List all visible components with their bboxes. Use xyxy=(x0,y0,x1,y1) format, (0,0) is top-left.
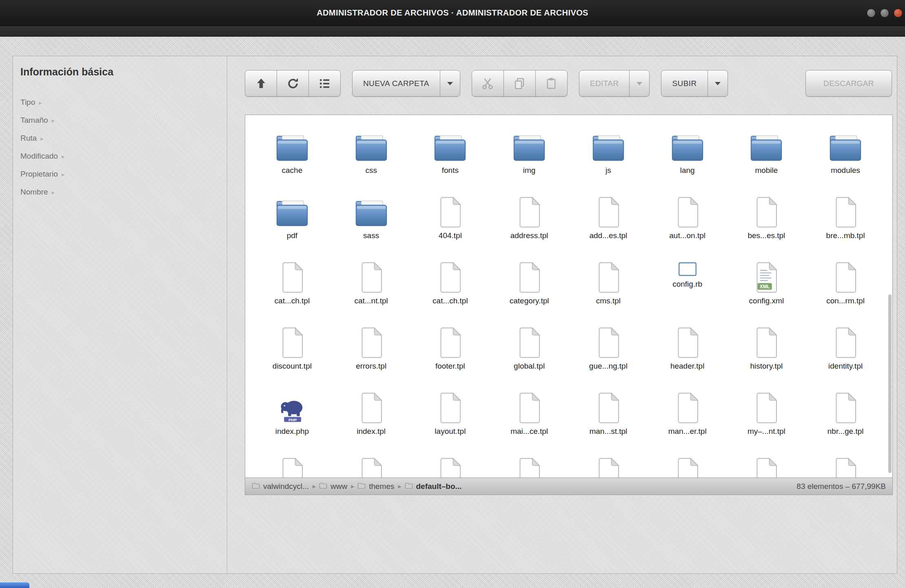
new-folder-button[interactable]: NUEVA CARPETA xyxy=(352,70,440,97)
file-item[interactable]: XML xyxy=(490,125,569,190)
sidebar-info-item[interactable]: Nombre ▸ xyxy=(20,183,227,201)
sidebar-info-item[interactable]: Tipo ▸ xyxy=(20,93,227,111)
file-item[interactable]: XML xyxy=(411,386,490,451)
file-item[interactable]: XML xyxy=(806,386,885,451)
file-label: man...er.tpl xyxy=(668,427,707,436)
chevron-right-icon: ▸ xyxy=(351,483,354,490)
file-item[interactable]: XML xyxy=(569,451,648,478)
file-icon-box: XML xyxy=(517,451,541,478)
chevron-right-icon: ▸ xyxy=(398,483,401,490)
file-item[interactable]: XML xyxy=(648,386,727,451)
file-item[interactable]: XML xyxy=(253,255,332,321)
file-item[interactable]: XML xyxy=(332,190,411,255)
breadcrumb-item[interactable]: ▸ default–bo... xyxy=(398,482,461,491)
file-item[interactable]: XML xyxy=(332,451,411,478)
file-item[interactable]: XML xyxy=(727,190,806,255)
breadcrumb-item[interactable]: ▸ themes xyxy=(351,482,394,491)
upload-dropdown-button[interactable] xyxy=(708,70,728,97)
edit-button[interactable]: EDITAR xyxy=(579,70,630,97)
file-icon xyxy=(359,327,384,358)
window-button-2[interactable] xyxy=(880,9,889,18)
download-button[interactable]: DESCARGAR xyxy=(805,70,892,97)
file-item[interactable]: XML xyxy=(727,255,806,321)
file-item[interactable]: XML xyxy=(253,125,332,190)
list-view-button[interactable] xyxy=(308,70,341,97)
file-item[interactable]: XML xyxy=(806,190,885,255)
upload-split-button: SUBIR xyxy=(661,70,728,97)
file-item[interactable]: XML xyxy=(411,190,490,255)
file-item[interactable]: XML xyxy=(332,255,411,321)
file-icon xyxy=(517,197,541,228)
file-label: pdf xyxy=(287,231,297,240)
parent-directory-button[interactable] xyxy=(245,70,277,97)
file-item[interactable]: XML xyxy=(806,125,885,190)
file-icon-box: XML xyxy=(679,262,696,276)
sidebar-info-item[interactable]: Modificado ▸ xyxy=(20,147,227,165)
file-item[interactable]: XML xyxy=(411,255,490,321)
file-item[interactable]: XML xyxy=(332,125,411,190)
sidebar-info-label: Tipo xyxy=(20,98,35,107)
file-item[interactable]: XML xyxy=(490,190,569,255)
paste-button[interactable] xyxy=(535,70,568,97)
cut-button[interactable] xyxy=(472,70,504,97)
file-item[interactable]: XML xyxy=(569,125,648,190)
file-item[interactable]: XML xyxy=(253,321,332,386)
file-item[interactable]: XML xyxy=(411,125,490,190)
new-folder-dropdown-button[interactable] xyxy=(440,70,460,97)
file-label: cat...ch.tpl xyxy=(433,296,468,305)
breadcrumb-item[interactable]: ▸ valwindcycl... xyxy=(252,482,309,491)
file-item[interactable]: XML xyxy=(253,451,332,478)
file-label: sass xyxy=(363,231,379,240)
file-item[interactable]: XML xyxy=(648,255,727,321)
file-manager-panel: NUEVA CARPETA xyxy=(227,56,897,574)
file-item[interactable]: XML xyxy=(806,451,885,478)
file-item[interactable]: XML xyxy=(490,451,569,478)
file-item[interactable]: XML xyxy=(806,321,885,386)
file-item[interactable]: XML xyxy=(727,321,806,386)
file-item[interactable]: XML xyxy=(332,321,411,386)
file-item[interactable]: XML xyxy=(727,386,806,451)
file-item[interactable]: XML xyxy=(727,125,806,190)
file-icon xyxy=(596,197,621,228)
file-item[interactable]: XML xyxy=(806,255,885,321)
chevron-right-icon: ▸ xyxy=(39,99,42,106)
file-item[interactable]: XML xyxy=(411,451,490,478)
copy-button[interactable] xyxy=(504,70,536,97)
file-label: modules xyxy=(831,166,860,175)
file-icon-box: XML xyxy=(275,125,309,162)
file-item[interactable]: XML xyxy=(648,451,727,478)
window-close-button[interactable] xyxy=(894,9,903,18)
file-icon xyxy=(517,327,541,358)
chevron-right-icon: ▸ xyxy=(52,189,55,195)
file-item[interactable]: XML xyxy=(253,386,332,451)
file-item[interactable]: XML xyxy=(411,321,490,386)
refresh-button[interactable] xyxy=(277,70,309,97)
file-item[interactable]: XML xyxy=(648,321,727,386)
file-item[interactable]: XML xyxy=(648,190,727,255)
breadcrumb: ▸ valwindcycl... ▸ xyxy=(252,482,461,491)
file-item[interactable]: XML xyxy=(569,190,648,255)
upload-button[interactable]: SUBIR xyxy=(661,70,708,97)
sidebar-info-item[interactable]: Ruta ▸ xyxy=(20,129,227,147)
file-item[interactable]: XML xyxy=(490,386,569,451)
file-icon-box: XML xyxy=(670,125,705,162)
edit-dropdown-button[interactable] xyxy=(629,70,650,97)
file-item[interactable]: XML xyxy=(727,451,806,478)
file-label: mobile xyxy=(755,166,778,175)
file-item[interactable]: XML xyxy=(569,255,648,321)
scrollbar-thumb[interactable] xyxy=(888,294,892,473)
file-item[interactable]: XML xyxy=(253,190,332,255)
file-icon-box: XML xyxy=(675,451,700,478)
file-item[interactable]: XML xyxy=(332,386,411,451)
sidebar-info-item[interactable]: Tamaño ▸ xyxy=(20,111,227,129)
breadcrumb-item[interactable]: ▸ www xyxy=(313,482,347,491)
file-item[interactable]: XML xyxy=(569,321,648,386)
window-button-1[interactable] xyxy=(867,9,876,18)
file-item[interactable]: XML xyxy=(648,125,727,190)
file-item[interactable]: XML xyxy=(490,321,569,386)
file-icon xyxy=(438,458,462,478)
file-item[interactable]: XML xyxy=(490,255,569,321)
sidebar-info-item[interactable]: Propietario ▸ xyxy=(20,165,227,183)
file-item[interactable]: XML xyxy=(569,386,648,451)
sidebar-info-list: Tipo ▸ Tamaño ▸ Ruta ▸ Modificado ▸ Prop… xyxy=(13,93,227,201)
